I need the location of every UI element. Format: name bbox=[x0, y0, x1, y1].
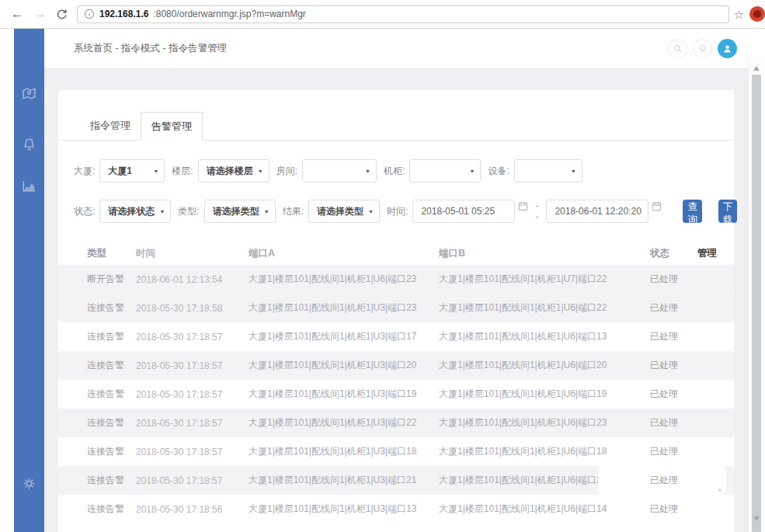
port-b-cell: 大厦1|楼层101|配线间1|机柜1|U6|端口14 bbox=[439, 502, 650, 516]
alarm-time-cell: 2018-05-30 17:18:58 bbox=[136, 303, 249, 314]
col-status: 状态 bbox=[650, 247, 697, 260]
alarm-type-cell: 连接告警 bbox=[87, 359, 136, 372]
port-b-cell: 大厦1|楼层101|配线间1|机柜1|U6|端口22 bbox=[439, 301, 650, 315]
table-row[interactable]: 断开告警 2018-06-01 12:13:54 大厦1|楼层101|配线间1|… bbox=[58, 265, 734, 294]
room-label: 房间: bbox=[276, 165, 297, 178]
forward-icon[interactable]: → bbox=[34, 8, 47, 20]
col-port-a: 端口A bbox=[249, 247, 439, 260]
alarm-type-cell: 连接告警 bbox=[87, 388, 136, 401]
address-bar[interactable]: 192.168.1.6:8080/orderwarnmgr.jsp?m=warn… bbox=[77, 5, 729, 23]
status-cell: 已处理 bbox=[650, 359, 697, 372]
time-to-input[interactable]: 2018-06-01 12:20:20 bbox=[546, 200, 649, 223]
app-window: 系统首页 - 指令模式 - 指令告警管理 指令管理 告警管理 bbox=[0, 29, 765, 532]
type-select[interactable]: 请选择类型▼ bbox=[204, 200, 276, 223]
port-a-cell: 大厦1|楼层101|配线间1|机柜1|U3|端口18 bbox=[249, 445, 439, 458]
browser-profile-icon[interactable] bbox=[749, 6, 765, 22]
scrollbar[interactable] bbox=[748, 57, 765, 532]
alarm-time-cell: 2018-06-01 12:13:54 bbox=[136, 274, 249, 285]
table-row[interactable]: 连接告警 2018-05-30 17:18:57 大厦1|楼层101|配线间1|… bbox=[58, 351, 734, 380]
port-a-cell: 大厦1|楼层101|配线间1|机柜1|U3|端口20 bbox=[249, 359, 439, 372]
port-b-cell: 大厦1|楼层101|配线间1|机柜1|U6|端口23 bbox=[439, 416, 650, 429]
col-time: 时间 bbox=[136, 247, 249, 260]
alarm-bell-icon[interactable] bbox=[21, 137, 37, 153]
notification-button[interactable] bbox=[693, 39, 712, 58]
tab-alarm-management[interactable]: 告警管理 bbox=[141, 112, 203, 141]
status-cell: 已处理 bbox=[650, 330, 697, 343]
building-label: 大厦: bbox=[74, 165, 95, 178]
calendar-icon[interactable] bbox=[518, 201, 528, 211]
alarm-time-cell: 2018-05-30 17:18:57 bbox=[136, 389, 249, 400]
chevron-down-icon: ▼ bbox=[258, 169, 263, 174]
search-button[interactable] bbox=[668, 39, 687, 58]
tab-order-management[interactable]: 指令管理 bbox=[80, 112, 141, 140]
alarm-type-cell: 连接告警 bbox=[87, 502, 136, 516]
status-select[interactable]: 请选择状态▼ bbox=[99, 200, 171, 223]
bookmark-star-icon[interactable]: ☆ bbox=[734, 9, 744, 20]
scrollbar-thumb[interactable] bbox=[752, 75, 761, 532]
user-avatar[interactable] bbox=[718, 39, 737, 58]
sidebar bbox=[14, 29, 44, 532]
cabinet-label: 机柜: bbox=[384, 165, 405, 178]
content-area: 指令管理 告警管理 大厦: 大厦1▼ 楼层: 请选择楼层▼ bbox=[44, 69, 748, 532]
scroll-up-icon[interactable] bbox=[753, 66, 760, 71]
floor-select[interactable]: 请选择楼层▼ bbox=[198, 159, 269, 183]
table-row[interactable]: 连接告警 2018-05-30 17:18:58 大厦1|楼层101|配线间1|… bbox=[58, 294, 734, 322]
alarm-type-cell: 断开告警 bbox=[87, 273, 136, 286]
status-cell: 已处理 bbox=[650, 301, 697, 315]
statistics-chart-icon[interactable] bbox=[21, 178, 37, 194]
alarm-time-cell: 2018-05-30 17:18:57 bbox=[136, 418, 249, 429]
settings-gear-icon[interactable] bbox=[21, 475, 37, 492]
scroll-down-icon[interactable] bbox=[753, 516, 760, 521]
table-row[interactable]: 连接告警 2018-05-30 17:18:56 大厦1|楼层101|配线间1|… bbox=[58, 495, 734, 523]
alarm-time-cell: 2018-05-30 17:18:56 bbox=[136, 504, 249, 515]
status-cell: 已处理 bbox=[650, 273, 697, 286]
result-select[interactable]: 请选择类型▼ bbox=[308, 200, 380, 223]
refresh-icon[interactable] bbox=[56, 9, 68, 20]
browser-chrome: ← → 192.168.1.6:8080/orderwarnmgr.jsp?m=… bbox=[0, 0, 765, 29]
alarm-type-cell: 连接告警 bbox=[87, 445, 136, 458]
device-map-icon[interactable] bbox=[21, 85, 37, 102]
person-icon bbox=[722, 43, 733, 54]
time-range-separator: -- bbox=[535, 200, 539, 222]
room-select[interactable]: ▼ bbox=[302, 159, 377, 183]
info-icon bbox=[84, 9, 95, 19]
port-a-cell: 大厦1|楼层101|配线间1|机柜1|U6|端口23 bbox=[249, 273, 439, 286]
filter-row-criteria: 状态: 请选择状态▼ 类型: 请选择类型▼ 结果: bbox=[74, 200, 718, 223]
type-label: 类型: bbox=[178, 205, 199, 218]
chevron-down-icon: ▼ bbox=[264, 209, 269, 214]
topbar: 系统首页 - 指令模式 - 指令告警管理 bbox=[44, 29, 748, 69]
col-port-b: 端口B bbox=[439, 247, 650, 260]
device-select[interactable]: ▼ bbox=[514, 159, 582, 183]
table-row[interactable]: 连接告警 2018-05-30 17:18:57 大厦1|楼层101|配线间1|… bbox=[58, 380, 734, 409]
query-button[interactable]: 查询 bbox=[683, 200, 702, 223]
search-icon bbox=[673, 43, 683, 54]
device-label: 设备: bbox=[488, 165, 509, 178]
alarm-type-cell: 连接告警 bbox=[87, 474, 136, 487]
main-area: 系统首页 - 指令模式 - 指令告警管理 指令管理 告警管理 bbox=[44, 29, 748, 532]
port-b-cell: 大厦1|楼层101|配线间1|机柜1|U6|端口21 bbox=[439, 474, 650, 487]
table-row[interactable]: 连接告警 2018-05-30 17:18:57 大厦1|楼层101|配线间1|… bbox=[58, 409, 734, 437]
chevron-down-icon: ▼ bbox=[571, 169, 576, 174]
back-icon[interactable]: ← bbox=[11, 8, 23, 20]
port-b-cell: 大厦1|楼层101|配线间1|机柜1|U6|端口19 bbox=[439, 388, 650, 401]
status-cell: 已处理 bbox=[650, 445, 697, 458]
chevron-down-icon: ▼ bbox=[365, 169, 370, 174]
url-host: 192.168.1.6 bbox=[99, 9, 148, 19]
time-from-input[interactable]: 2018-05-01 05:25 bbox=[412, 200, 515, 223]
download-button[interactable]: 下载 bbox=[718, 200, 738, 223]
cabinet-select[interactable]: ▼ bbox=[409, 159, 481, 183]
port-a-cell: 大厦1|楼层101|配线间1|机柜1|U3|端口17 bbox=[249, 330, 439, 343]
table-row[interactable]: 连接告警 2018-05-30 17:18:57 大厦1|楼层101|配线间1|… bbox=[58, 466, 734, 495]
table-row[interactable]: 连接告警 2018-05-30 17:18:57 大厦1|楼层101|配线间1|… bbox=[58, 322, 734, 351]
calendar-icon[interactable] bbox=[652, 201, 662, 211]
port-a-cell: 大厦1|楼层101|配线间1|机柜1|U3|端口23 bbox=[249, 301, 439, 315]
alarm-time-cell: 2018-05-30 17:18:57 bbox=[136, 360, 249, 371]
port-b-cell: 大厦1|楼层101|配线间1|机柜1|U6|端口20 bbox=[439, 359, 650, 372]
col-manage: 管理 bbox=[697, 247, 718, 260]
table-header: 类型 时间 端口A 端口B 状态 管理 bbox=[58, 242, 734, 265]
chevron-down-icon: ▼ bbox=[469, 169, 475, 174]
result-label: 结果: bbox=[283, 205, 304, 218]
building-select[interactable]: 大厦1▼ bbox=[99, 159, 165, 183]
chevron-down-icon: ▼ bbox=[368, 209, 374, 214]
alarm-type-cell: 连接告警 bbox=[87, 301, 136, 315]
